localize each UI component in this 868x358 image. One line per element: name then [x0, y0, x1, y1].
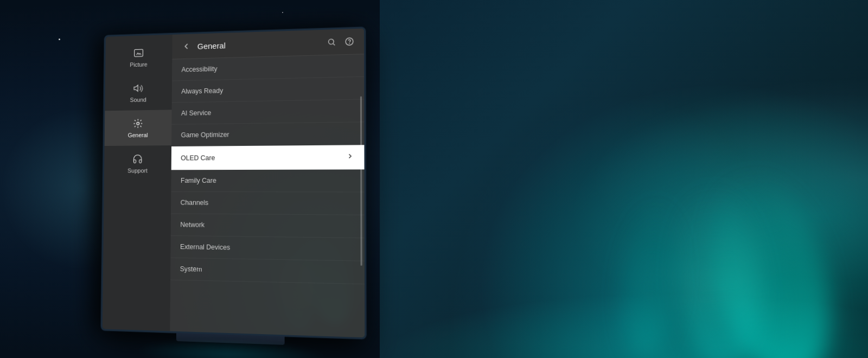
menu-item-system[interactable]: System — [170, 258, 365, 285]
svg-point-3 — [329, 39, 334, 44]
support-icon — [132, 153, 143, 165]
help-button[interactable] — [344, 36, 355, 47]
tv: Picture Sound — [101, 27, 366, 339]
tv-area — [380, 0, 868, 358]
menu-list[interactable]: AccessibilityAlways ReadyAI ServiceGame … — [170, 54, 365, 337]
menu-item-label-always-ready: Always Ready — [181, 87, 223, 95]
back-button[interactable] — [181, 40, 192, 52]
sidebar-label-picture: Picture — [130, 61, 147, 68]
sidebar-label-support: Support — [127, 168, 148, 174]
menu-item-label-channels: Channels — [181, 199, 209, 207]
chevron-right-icon — [346, 152, 354, 162]
panel-title: General — [197, 41, 226, 50]
right-panel: General — [170, 28, 365, 337]
sidebar-item-general[interactable]: General — [105, 110, 172, 146]
picture-icon — [133, 47, 144, 59]
panel-header-left: General — [181, 39, 226, 52]
menu-item-ai-service[interactable]: AI Service — [171, 99, 364, 124]
general-icon — [132, 118, 144, 130]
menu-item-game-optimizer[interactable]: Game Optimizer — [171, 122, 364, 146]
svg-line-4 — [333, 43, 335, 45]
sidebar-item-support[interactable]: Support — [104, 145, 171, 181]
svg-marker-1 — [134, 85, 138, 91]
menu-item-external-devices[interactable]: External Devices — [170, 236, 365, 261]
menu-overlay: Picture Sound — [103, 28, 365, 337]
sidebar-label-general: General — [128, 132, 148, 138]
svg-point-5 — [346, 38, 353, 46]
tv-content: Picture Sound — [103, 28, 365, 337]
svg-point-2 — [137, 122, 139, 125]
sidebar: Picture Sound — [103, 35, 173, 331]
search-button[interactable] — [326, 36, 337, 48]
menu-item-family-care[interactable]: Family Care — [171, 169, 364, 192]
menu-item-label-system: System — [180, 265, 202, 273]
sound-icon — [132, 82, 144, 94]
sidebar-item-picture[interactable]: Picture — [105, 39, 172, 76]
menu-item-network[interactable]: Network — [171, 214, 365, 238]
menu-item-label-ai-service: AI Service — [181, 109, 211, 117]
menu-item-label-oled-care: OLED Care — [181, 154, 215, 162]
menu-item-channels[interactable]: Channels — [171, 192, 365, 215]
tv-screen: Picture Sound — [101, 27, 366, 339]
menu-item-label-family-care: Family Care — [181, 177, 216, 184]
menu-item-label-game-optimizer: Game Optimizer — [181, 131, 229, 139]
menu-item-label-accessibility: Accessibility — [181, 65, 217, 73]
menu-item-label-external-devices: External Devices — [180, 243, 230, 251]
glow-bottom — [380, 293, 868, 358]
menu-item-always-ready[interactable]: Always Ready — [172, 77, 365, 103]
menu-item-oled-care[interactable]: OLED Care — [171, 145, 365, 170]
svg-rect-0 — [135, 49, 143, 56]
sidebar-label-sound: Sound — [130, 97, 146, 103]
sidebar-item-sound[interactable]: Sound — [105, 74, 172, 111]
menu-item-label-network: Network — [180, 221, 205, 228]
panel-header-right — [326, 36, 355, 48]
